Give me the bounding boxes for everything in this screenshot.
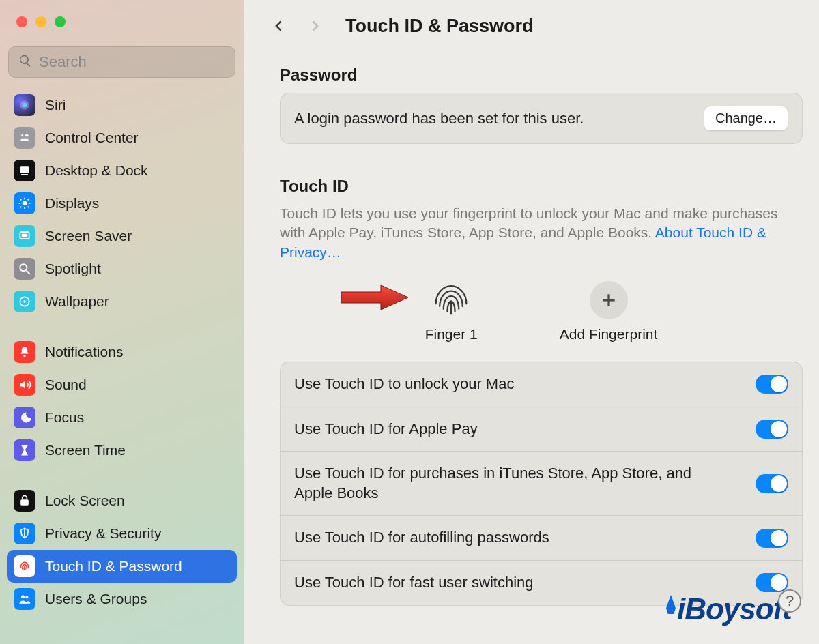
sidebar-item-label: Screen Saver	[45, 228, 132, 244]
svg-point-25	[25, 596, 28, 598]
main-content: Touch ID & Password Password A login pas…	[244, 0, 819, 644]
dock-icon	[14, 160, 35, 181]
stime-icon	[14, 439, 35, 461]
svg-rect-5	[20, 166, 29, 173]
sidebar-item-users[interactable]: Users & Groups	[7, 583, 237, 615]
add-fingerprint-label: Add Fingerprint	[560, 326, 658, 342]
touchid-option-toggle[interactable]	[756, 573, 788, 592]
touchid-option-label: Use Touch ID for autofilling passwords	[294, 528, 549, 548]
tid-icon	[14, 555, 35, 577]
sidebar-item-label: Displays	[45, 195, 99, 211]
touchid-option-row: Use Touch ID for fast user switching	[281, 560, 802, 605]
sidebar-item-label: Touch ID & Password	[45, 558, 182, 574]
spot-icon	[14, 258, 35, 280]
sidebar-item-dock[interactable]: Desktop & Dock	[7, 154, 237, 187]
sidebar-item-label: Lock Screen	[45, 493, 125, 509]
ss-icon	[14, 225, 35, 247]
touchid-option-label: Use Touch ID to unlock your Mac	[294, 375, 514, 394]
add-fingerprint-button[interactable]: Add Fingerprint	[560, 281, 658, 342]
fingerprints-row: Finger 1 Add Fingerprint	[280, 278, 803, 342]
sidebar-list: SiriControl CenterDesktop & DockDisplays…	[0, 85, 244, 644]
zoom-window-button[interactable]	[55, 16, 66, 27]
sidebar-item-label: Privacy & Security	[45, 525, 161, 542]
svg-point-21	[23, 300, 25, 302]
svg-point-2	[21, 134, 23, 136]
sidebar-item-label: Siri	[45, 97, 66, 113]
window-controls	[0, 0, 244, 27]
touchid-option-row: Use Touch ID for autofilling passwords	[281, 515, 802, 560]
sidebar-item-label: Sound	[45, 377, 87, 393]
svg-point-22	[23, 355, 25, 357]
sidebar-item-spot[interactable]: Spotlight	[7, 252, 237, 285]
sidebar-item-siri[interactable]: Siri	[7, 89, 237, 121]
touchid-options-panel: Use Touch ID to unlock your MacUse Touch…	[280, 362, 803, 606]
focus-icon	[14, 407, 35, 428]
fingerprint-finger-1[interactable]: Finger 1	[425, 278, 478, 342]
sidebar-item-wall[interactable]: Wallpaper	[7, 285, 237, 318]
sound-icon	[14, 374, 35, 396]
svg-rect-23	[20, 499, 29, 505]
sidebar-item-tid[interactable]: Touch ID & Password	[7, 550, 237, 583]
svg-rect-3	[25, 134, 29, 136]
sidebar-item-stime[interactable]: Screen Time	[7, 434, 237, 467]
search-icon	[18, 54, 32, 70]
sidebar-item-lock[interactable]: Lock Screen	[7, 484, 237, 517]
cc-icon	[14, 127, 35, 149]
minimize-window-button[interactable]	[35, 16, 46, 27]
svg-point-24	[21, 595, 25, 598]
sidebar-item-focus[interactable]: Focus	[7, 401, 237, 434]
touchid-option-row: Use Touch ID to unlock your Mac	[281, 362, 802, 407]
sidebar-item-label: Focus	[45, 409, 84, 426]
touchid-option-toggle[interactable]	[756, 529, 788, 548]
touchid-option-row: Use Touch ID for purchases in iTunes Sto…	[281, 451, 802, 515]
password-section-title: Password	[280, 65, 803, 85]
sidebar: SiriControl CenterDesktop & DockDisplays…	[0, 0, 244, 644]
close-window-button[interactable]	[16, 16, 27, 27]
svg-rect-17	[22, 234, 27, 237]
notif-icon	[14, 341, 35, 363]
sidebar-item-label: Wallpaper	[45, 293, 109, 310]
svg-line-19	[27, 271, 30, 274]
touchid-section-title: Touch ID	[280, 177, 803, 196]
sidebar-item-label: Spotlight	[45, 261, 101, 277]
touchid-option-row: Use Touch ID for Apple Pay	[281, 407, 802, 452]
displays-icon	[14, 192, 35, 214]
svg-line-13	[28, 207, 29, 208]
sidebar-item-sound[interactable]: Sound	[7, 368, 237, 401]
search-input[interactable]	[39, 53, 227, 71]
touchid-option-toggle[interactable]	[756, 420, 788, 439]
back-button[interactable]	[268, 14, 291, 38]
users-icon	[14, 588, 35, 610]
sidebar-item-notif[interactable]: Notifications	[7, 336, 237, 368]
touchid-option-toggle[interactable]	[756, 474, 788, 493]
touchid-option-toggle[interactable]	[756, 375, 788, 394]
sidebar-item-displays[interactable]: Displays	[7, 187, 237, 220]
svg-point-1	[23, 103, 27, 108]
svg-rect-4	[20, 139, 29, 141]
help-button[interactable]: ?	[778, 589, 801, 613]
sidebar-item-label: Notifications	[45, 344, 123, 360]
sidebar-item-cc[interactable]: Control Center	[7, 121, 237, 154]
change-password-button[interactable]: Change…	[704, 106, 788, 131]
search-field[interactable]	[8, 46, 235, 78]
sidebar-item-ss[interactable]: Screen Saver	[7, 220, 237, 252]
plus-icon	[590, 281, 628, 319]
svg-line-14	[20, 207, 22, 208]
password-status: A login password has been set for this u…	[294, 110, 584, 128]
svg-point-7	[23, 201, 27, 206]
fingerprint-label: Finger 1	[425, 326, 478, 342]
fingerprint-icon	[431, 278, 472, 319]
header: Touch ID & Password	[244, 0, 819, 42]
touchid-option-label: Use Touch ID for purchases in iTunes Sto…	[294, 464, 704, 503]
svg-line-15	[28, 199, 29, 201]
lock-icon	[14, 490, 35, 512]
sidebar-item-priv[interactable]: Privacy & Security	[7, 517, 237, 550]
forward-button[interactable]	[303, 14, 326, 38]
svg-point-18	[20, 264, 27, 271]
sidebar-item-label: Control Center	[45, 130, 139, 146]
svg-line-12	[20, 199, 22, 201]
priv-icon	[14, 523, 35, 544]
touchid-option-label: Use Touch ID for Apple Pay	[294, 420, 478, 439]
svg-marker-26	[341, 285, 408, 310]
siri-icon	[14, 94, 35, 116]
